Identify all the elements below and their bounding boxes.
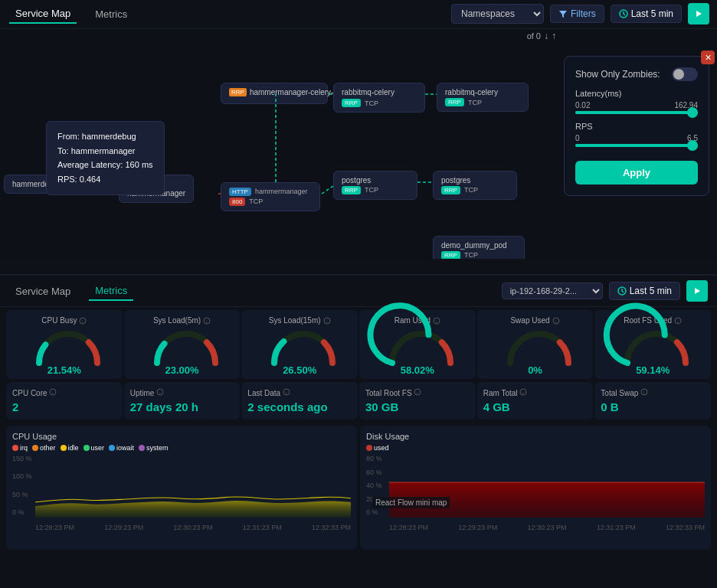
play-button-bottom[interactable] [686, 280, 708, 302]
info-icon-2: i [323, 317, 331, 325]
cpu-legend-dot-1 [32, 445, 38, 451]
gauge-label-4: Swap Used i [483, 316, 588, 325]
svg-text:i: i [555, 319, 556, 324]
svg-text:i: i [206, 319, 207, 324]
cpu-legend-dot-4 [109, 445, 115, 451]
bottom-header-controls: ip-192-168-29-2... Last 5 min [502, 280, 708, 302]
small-stat-value-1: 27 days 20 h [130, 400, 234, 413]
svg-text:i: i [53, 390, 54, 395]
nav-down-button[interactable]: ↓ [544, 31, 548, 41]
small-stats-row: CPU Core i 2 Uptime i 27 days 20 h Last … [0, 382, 717, 423]
cpu-legend-dot-0 [12, 445, 18, 451]
svg-text:i: i [83, 319, 83, 324]
node-rabbitmq-1[interactable]: rabbitmq-celery RRP TCP [333, 83, 425, 113]
cpu-legend-item-1: other [32, 444, 56, 452]
top-section: Service Map Metrics Namespaces Filters L… [0, 0, 717, 276]
cpu-chart-area: 150 %100 %50 %0 % 12:28:23 PM12: [12, 455, 351, 531]
node-hammercelery-top[interactable]: RRP hammermanager-celery-v... [221, 83, 328, 104]
cpu-legend-item-0: irq [12, 444, 28, 452]
bottom-section: Service Map Metrics ip-192-168-29-2... L… [0, 276, 717, 588]
small-stat-3: Total Root FS i 30 GB [359, 382, 476, 420]
cpu-chart-legend: irqotheridleuseriowaitsystem [12, 444, 351, 452]
tab-metrics-bottom[interactable]: Metrics [89, 282, 133, 301]
gauge-card-3: Ram Used i 58.02% [359, 310, 476, 379]
cpu-legend-dot-3 [83, 445, 90, 451]
info-icon-small-3: i [414, 388, 421, 396]
disk-x-axis: 12:28:23 PM12:29:23 PM12:30:23 PM12:31:2… [389, 524, 705, 531]
rps-range: 0 6.5 [575, 134, 698, 142]
small-stat-value-0: 2 [12, 400, 116, 413]
node-tooltip: From: hammerdebug To: hammermanager Aver… [46, 121, 165, 195]
gauge-2 [269, 328, 330, 363]
gauge-card-4: Swap Used i 0% [477, 310, 594, 379]
svg-text:i: i [417, 390, 418, 395]
latency-fill [575, 111, 698, 114]
tab-service-map-bottom[interactable]: Service Map [9, 283, 77, 300]
play-icon-bottom [693, 287, 701, 295]
tab-metrics-top[interactable]: Metrics [89, 5, 133, 23]
rps-slider[interactable] [575, 144, 698, 147]
gauge-card-2: Sys Load(15m) i 26.50% [241, 310, 358, 379]
gauges-row: CPU Busy i 21.54% Sys Load(5m) i 23.00% … [0, 307, 717, 382]
clock-icon-bottom [617, 286, 627, 296]
cpu-chart-title: CPU Usage [12, 432, 351, 441]
clock-icon-top [619, 9, 628, 18]
play-button-top[interactable] [688, 3, 709, 24]
gauge-1 [152, 328, 213, 363]
disk-usage-chart: Disk Usage used 80 %60 %40 %20 %0 % [360, 426, 711, 550]
cpu-legend-dot-2 [61, 445, 67, 451]
small-stat-label-2: Last Data i [247, 388, 352, 397]
gauge-label-3: Ram Used i [365, 316, 470, 325]
info-icon-0: i [79, 317, 87, 325]
rps-label: RPS [575, 122, 698, 131]
latency-thumb[interactable] [687, 107, 698, 118]
last-5min-button-bottom[interactable]: Last 5 min [609, 282, 680, 300]
info-icon-3: i [433, 317, 440, 325]
legend-dot-used [366, 445, 372, 451]
tab-service-map[interactable]: Service Map [9, 5, 77, 24]
node-hammermanager-mid[interactable]: HTTP hammermanager 800 TCP [221, 182, 320, 211]
gauge-value-5: 59.14% [601, 364, 705, 376]
apply-button[interactable]: Apply [575, 161, 698, 185]
info-icon-small-5: i [640, 388, 648, 396]
svg-text:i: i [286, 390, 286, 395]
filter-button[interactable]: Filters [550, 5, 604, 23]
svg-marker-10 [695, 288, 700, 294]
svg-text:i: i [523, 390, 524, 395]
service-map-canvas[interactable]: From: hammerdebug To: hammermanager Aver… [0, 29, 717, 259]
svg-text:i: i [643, 390, 644, 395]
info-icon-1: i [203, 317, 211, 325]
info-icon-5: i [674, 317, 682, 325]
small-stat-label-0: CPU Core i [12, 388, 116, 397]
nav-up-button[interactable]: ↑ [552, 31, 556, 41]
info-icon-small-2: i [283, 388, 290, 396]
gauge-0 [34, 328, 95, 363]
node-dummy-pod[interactable]: demo_dummy_pod RRP TCP [433, 236, 525, 259]
zombies-filter-row: Show Only Zombies: [575, 67, 698, 81]
namespace-select[interactable]: Namespaces [451, 4, 544, 24]
zombies-toggle[interactable] [672, 67, 698, 81]
node-rabbitmq-2[interactable]: rabbitmq-celery RRP TCP [437, 83, 529, 112]
node-postgres-right[interactable]: postgres RRP TCP [433, 171, 517, 200]
small-stat-label-4: Ram Total i [483, 388, 588, 397]
cpu-legend-item-2: idle [61, 444, 79, 452]
last-5min-button-top[interactable]: Last 5 min [611, 5, 682, 23]
svg-text:i: i [677, 319, 678, 324]
cpu-legend-dot-5 [139, 445, 145, 451]
small-stat-value-4: 4 GB [483, 400, 588, 413]
latency-range: 0.02 162.94 [575, 101, 698, 109]
ip-select[interactable]: ip-192-168-29-2... [502, 283, 603, 299]
latency-label: Latency(ms) [575, 89, 698, 98]
zombies-label: Show Only Zombies: [575, 69, 660, 80]
small-stat-value-2: 2 seconds ago [247, 400, 352, 413]
gauge-value-0: 21.54% [12, 364, 116, 376]
node-postgres-left[interactable]: postgres RRP TCP [333, 171, 417, 200]
latency-slider[interactable] [575, 111, 698, 114]
svg-line-4 [322, 186, 333, 194]
small-stat-5: Total Swap i 0 B [594, 382, 711, 420]
gauge-value-1: 23.00% [130, 364, 234, 376]
cpu-y-axis: 150 %100 %50 %0 % [12, 455, 35, 516]
gauge-label-0: CPU Busy i [12, 316, 116, 325]
close-filter-button[interactable]: ✕ [701, 51, 715, 64]
rps-thumb[interactable] [687, 140, 698, 151]
